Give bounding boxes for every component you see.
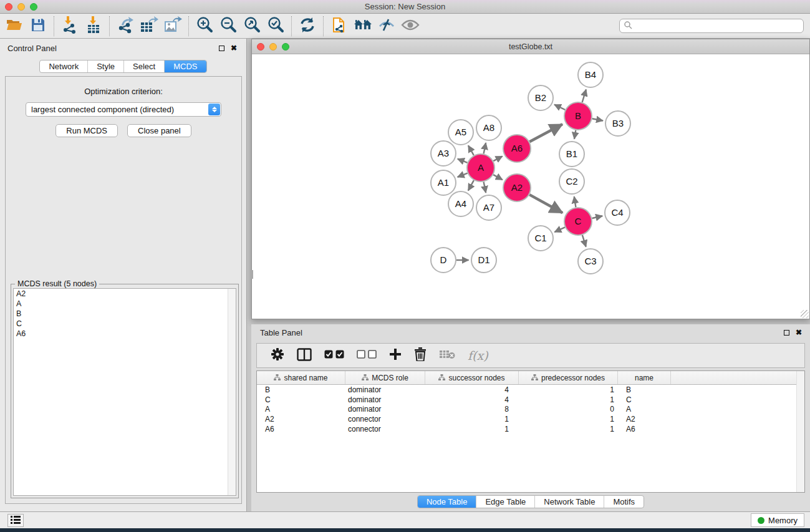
table-row[interactable]: Cdominator41C xyxy=(257,395,804,405)
edge-A2-C[interactable] xyxy=(529,195,562,213)
hide-panels-button[interactable] xyxy=(375,16,398,37)
node-B1[interactable]: B1 xyxy=(559,142,584,167)
tab-select[interactable]: Select xyxy=(123,60,164,72)
node-A[interactable]: A xyxy=(467,154,494,181)
edge-C-C2[interactable] xyxy=(574,196,576,207)
node-D[interactable]: D xyxy=(431,248,456,273)
edge-B-B2[interactable] xyxy=(554,105,565,110)
edge-A-A5[interactable] xyxy=(468,145,474,155)
close-panel-button[interactable]: ✖ xyxy=(229,43,239,53)
table-cell[interactable]: A6 xyxy=(257,425,345,433)
deselect-all-checkboxes-icon[interactable] xyxy=(357,350,377,361)
tab-network[interactable]: Network xyxy=(40,60,87,72)
table-cell[interactable]: connector xyxy=(345,425,425,433)
add-column-icon[interactable] xyxy=(389,348,402,363)
column-layout-icon[interactable] xyxy=(297,348,312,364)
table-cell[interactable]: 1 xyxy=(519,425,618,433)
settings-gear-icon[interactable] xyxy=(271,347,284,364)
node-A8[interactable]: A8 xyxy=(476,115,501,140)
tab-mcds[interactable]: MCDS xyxy=(164,60,206,72)
criterion-dropdown[interactable]: largest connected component (directed) xyxy=(26,102,221,117)
network-graph[interactable]: B4B2BB3A5A8A6B1A3AC2A1A2A4A7C4CC1C3DD1 xyxy=(252,54,809,319)
new-network-button[interactable] xyxy=(327,16,351,37)
node-A2[interactable]: A2 xyxy=(503,174,531,201)
edge-C-C1[interactable] xyxy=(554,227,565,232)
node-A6[interactable]: A6 xyxy=(503,135,531,162)
tab-motifs[interactable]: Motifs xyxy=(604,496,644,508)
column-header-predecessor-nodes[interactable]: predecessor nodes xyxy=(519,371,618,384)
edge-B-B3[interactable] xyxy=(592,118,603,120)
search-field[interactable] xyxy=(619,19,804,33)
float-table-panel-button[interactable] xyxy=(781,327,791,337)
splitter-handle[interactable] xyxy=(251,270,253,279)
home-layout-button[interactable] xyxy=(351,16,375,37)
edge-B-B4[interactable] xyxy=(582,89,586,102)
edge-B-B1[interactable] xyxy=(574,130,576,139)
node-A4[interactable]: A4 xyxy=(448,191,473,216)
zoom-fit-button[interactable] xyxy=(240,16,264,37)
edge-A-A6[interactable] xyxy=(493,156,502,161)
node-B3[interactable]: B3 xyxy=(605,111,630,136)
table-cell[interactable]: 1 xyxy=(425,415,519,423)
node-B2[interactable]: B2 xyxy=(528,85,553,110)
export-network-button[interactable] xyxy=(113,16,137,37)
edge-A-A4[interactable] xyxy=(468,180,474,190)
node-A1[interactable]: A1 xyxy=(431,170,456,195)
export-image-button[interactable] xyxy=(161,16,185,37)
import-network-button[interactable] xyxy=(58,16,82,37)
result-list-item[interactable]: A2 xyxy=(14,289,236,299)
table-cell[interactable]: connector xyxy=(345,415,425,423)
table-cell[interactable]: B xyxy=(257,385,345,394)
tab-style[interactable]: Style xyxy=(87,60,123,72)
table-cell[interactable]: A xyxy=(257,405,345,414)
table-cell[interactable]: 4 xyxy=(425,395,519,404)
node-A5[interactable]: A5 xyxy=(448,120,473,145)
network-window-titlebar[interactable]: testGlobe.txt xyxy=(252,39,809,54)
table-cell[interactable]: 1 xyxy=(519,415,618,423)
import-table-button[interactable] xyxy=(82,16,105,37)
column-header-successor-nodes[interactable]: successor nodes xyxy=(425,371,519,384)
table-cell[interactable]: 8 xyxy=(425,405,519,414)
column-header-MCDS-role[interactable]: MCDS role xyxy=(345,371,425,384)
close-panel-button-2[interactable]: Close panel xyxy=(127,124,191,137)
refresh-button[interactable] xyxy=(296,16,319,37)
function-builder-icon[interactable]: f(x) xyxy=(468,349,488,362)
node-A7[interactable]: A7 xyxy=(476,195,501,220)
network-canvas[interactable]: B4B2BB3A5A8A6B1A3AC2A1A2A4A7C4CC1C3DD1 xyxy=(252,54,809,319)
result-list-item[interactable]: B xyxy=(14,309,236,319)
result-list-item[interactable]: C xyxy=(14,319,236,329)
node-B4[interactable]: B4 xyxy=(578,62,603,87)
node-B[interactable]: B xyxy=(564,102,592,130)
node-A3[interactable]: A3 xyxy=(431,141,456,166)
node-C3[interactable]: C3 xyxy=(578,249,603,274)
node-D1[interactable]: D1 xyxy=(471,248,496,273)
table-cell[interactable]: dominator xyxy=(345,405,425,414)
mcds-result-list[interactable]: A2ABCA6 xyxy=(13,288,236,496)
tab-network-table[interactable]: Network Table xyxy=(534,496,604,508)
table-cell[interactable]: A6 xyxy=(618,425,671,433)
tab-node-table[interactable]: Node Table xyxy=(418,496,476,508)
table-row[interactable]: A6connector11A6 xyxy=(257,424,804,434)
float-panel-button[interactable] xyxy=(216,43,226,53)
select-all-checkboxes-icon[interactable] xyxy=(324,350,344,361)
node-C[interactable]: C xyxy=(564,208,592,235)
edge-A-A2[interactable] xyxy=(493,175,503,180)
memory-button[interactable]: Memory xyxy=(751,513,804,527)
export-table-button[interactable] xyxy=(137,16,161,37)
column-header-shared-name[interactable]: shared name xyxy=(257,371,345,384)
search-input[interactable] xyxy=(632,20,803,32)
task-history-button[interactable] xyxy=(7,514,24,527)
table-row[interactable]: Bdominator41B xyxy=(257,385,804,395)
delete-table-icon[interactable] xyxy=(439,349,455,362)
table-cell[interactable]: 1 xyxy=(425,425,519,433)
table-cell[interactable]: 4 xyxy=(425,385,519,394)
node-C4[interactable]: C4 xyxy=(605,200,630,225)
result-list-item[interactable]: A xyxy=(14,299,236,309)
table-cell[interactable]: dominator xyxy=(345,385,425,394)
table-cell[interactable]: A xyxy=(618,405,671,414)
table-cell[interactable]: dominator xyxy=(345,395,425,404)
table-cell[interactable]: C xyxy=(618,395,671,404)
edge-A-A3[interactable] xyxy=(458,159,468,163)
save-session-button[interactable] xyxy=(26,16,50,37)
table-cell[interactable]: A2 xyxy=(618,415,671,423)
